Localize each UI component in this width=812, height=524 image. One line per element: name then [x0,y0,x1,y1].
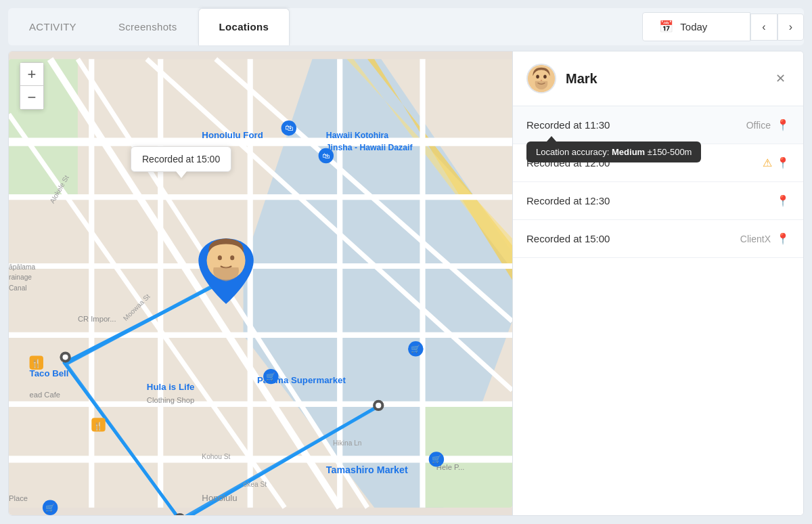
location-warning-icon: ⚠ [763,156,772,169]
svg-text:🛒: 🛒 [266,372,275,381]
location-pin-icon: 📍 [776,118,790,131]
map-svg: Honolulu Ford Hawaii Kotohira Jinsha - H… [9,51,512,515]
location-list: Recorded at 11:30 Office 📍 Location accu… [513,106,803,515]
avatar [526,64,556,93]
svg-text:🍴: 🍴 [31,358,42,369]
svg-text:Kohou St: Kohou St [202,453,230,460]
svg-text:🛒: 🛒 [432,454,441,464]
location-item[interactable]: Recorded at 12:30 📍 [513,182,803,220]
location-time: Recorded at 15:00 [526,233,740,244]
sidebar-header: Mark ✕ [513,51,803,106]
svg-text:Canal: Canal [9,284,27,292]
svg-point-30 [218,255,222,260]
svg-text:Taco Bell: Taco Bell [30,368,69,378]
location-label: Office [746,120,771,131]
location-time: Recorded at 11:30 [526,119,746,131]
svg-text:Tamashiro Market: Tamashiro Market [326,464,408,475]
zoom-in-button[interactable]: + [20,63,43,86]
svg-text:Honolulu Ford: Honolulu Ford [202,130,263,140]
user-name: Mark [566,71,762,87]
svg-text:Hawaii Kotohira: Hawaii Kotohira [326,131,389,140]
content-area: Honolulu Ford Hawaii Kotohira Jinsha - H… [8,51,804,516]
svg-text:Jinsha - Hawaii Dazaif: Jinsha - Hawaii Dazaif [326,143,413,152]
location-item[interactable]: Recorded at 15:00 ClientX 📍 [513,220,803,258]
svg-point-70 [536,75,539,79]
location-item[interactable]: Recorded at 12:00 ⚠ 📍 [513,144,803,182]
svg-text:🍴: 🍴 [93,421,103,431]
svg-point-71 [543,75,547,79]
svg-point-31 [230,255,234,260]
svg-text:okea St: okea St [244,481,267,488]
tab-bar: ACTIVITY Screenshots Locations [8,8,290,45]
location-item[interactable]: Recorded at 11:30 Office 📍 Location accu… [513,106,803,144]
sidebar: Mark ✕ Recorded at 11:30 Office 📍 Locati… [512,51,803,515]
map-area[interactable]: Honolulu Ford Hawaii Kotohira Jinsha - H… [9,51,512,515]
close-button[interactable]: ✕ [771,68,790,89]
tab-activity[interactable]: ACTIVITY [8,8,97,45]
svg-text:ead Cafe: ead Cafe [30,391,60,399]
svg-text:āpālama: āpālama [9,263,35,271]
svg-point-72 [541,80,543,81]
svg-text:Hula is Life: Hula is Life [147,382,195,392]
date-navigation: 📅 Today ‹ › [642,12,804,41]
calendar-icon: 📅 [659,20,673,34]
svg-text:🛒: 🛒 [411,344,420,353]
zoom-out-button[interactable]: − [20,86,43,109]
location-label: ClientX [740,234,771,244]
map-controls: + − [20,62,44,110]
map-tooltip: Recorded at 15:00 [131,146,231,172]
svg-point-28 [376,403,381,408]
tab-locations[interactable]: Locations [198,8,290,45]
date-picker-button[interactable]: 📅 Today [642,12,750,41]
location-time: Recorded at 12:30 [526,195,776,206]
svg-text:🛍: 🛍 [322,152,330,160]
prev-date-button[interactable]: ‹ [750,14,777,41]
svg-text:🛒: 🛒 [45,503,55,512]
svg-point-24 [62,354,68,359]
next-date-button[interactable]: › [777,14,804,41]
tab-screenshots[interactable]: Screenshots [97,8,198,45]
svg-text:Hikina Ln: Hikina Ln [333,439,361,447]
app-container: ACTIVITY Screenshots Locations 📅 Today ‹… [0,0,812,524]
svg-text:Place: Place [9,494,28,502]
date-label: Today [680,21,707,32]
top-bar: ACTIVITY Screenshots Locations 📅 Today ‹… [8,8,804,45]
location-time: Recorded at 12:00 [526,157,763,169]
svg-text:rainage: rainage [9,274,32,281]
location-pin-icon: 📍 [776,194,790,207]
svg-text:CR Impor...: CR Impor... [78,315,116,323]
location-pin-icon: 📍 [776,232,790,245]
location-pin-icon: 📍 [776,156,790,169]
svg-text:🛍: 🛍 [285,123,293,133]
svg-text:Honolulu: Honolulu [202,493,237,503]
svg-text:Clothing Shop: Clothing Shop [147,396,194,404]
